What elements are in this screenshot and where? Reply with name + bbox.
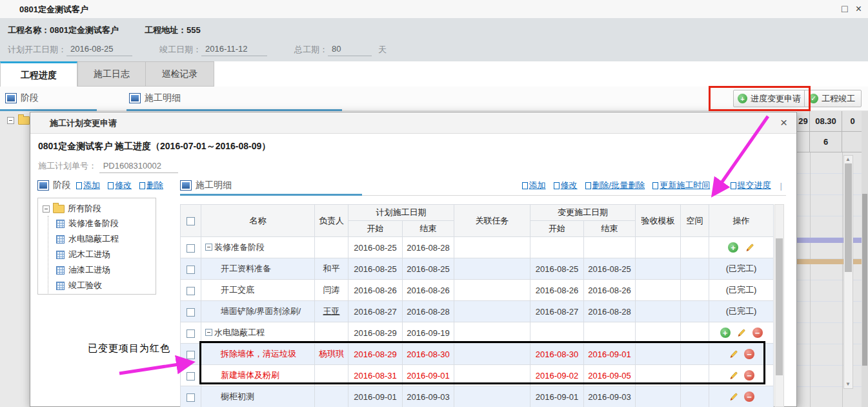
cell-chg-end: 2016-08-28	[584, 301, 636, 322]
row-checkbox[interactable]	[187, 266, 195, 274]
cell-chg-end	[584, 322, 636, 344]
panel-icon	[5, 93, 17, 103]
link-separator: |	[780, 181, 782, 191]
delete-icon[interactable]: −	[744, 349, 754, 359]
cell-chg-start	[530, 322, 584, 344]
select-all-checkbox[interactable]	[187, 217, 195, 225]
column-header-end: 结束	[403, 221, 454, 237]
cell-chg-start: 2016-08-26	[530, 280, 584, 301]
window-title: 0801定金测试客户	[19, 4, 88, 16]
detail-submit-progress-link[interactable]: 提交进度	[731, 180, 771, 191]
stage-icon	[56, 220, 65, 228]
stage-edit-link[interactable]: 修改	[108, 180, 132, 191]
gantt-date-column: 29	[797, 111, 810, 132]
table-row: 墙面铲除/界面剂涂刷/王亚2016-08-272016-08-282016-08…	[181, 301, 774, 322]
cell-plan-end: 2016-09-03	[403, 386, 454, 407]
stage-add-link[interactable]: 添加	[76, 180, 100, 191]
finish-date-field[interactable]: 2016-11-12	[201, 44, 267, 56]
tab-progress[interactable]: 工程进度	[0, 61, 77, 87]
tree-item-stage[interactable]: 泥木工进场	[56, 247, 153, 262]
edit-icon[interactable]	[736, 328, 747, 338]
table-row: 装修准备阶段2016-08-252016-08-28+	[181, 237, 774, 258]
add-icon[interactable]: +	[720, 328, 731, 338]
panel-icon	[129, 93, 141, 103]
stage-section-label: 阶段	[5, 92, 39, 104]
detail-update-time-link[interactable]: 更新施工时间	[652, 180, 710, 191]
cell-plan-start: 2016-09-01	[348, 386, 403, 407]
plan-number-field[interactable]: PD1608310002	[99, 161, 178, 173]
dialog-close-icon[interactable]: ×	[780, 116, 787, 130]
table-scrollbar[interactable]	[774, 204, 784, 407]
cell-chg-start	[530, 237, 584, 258]
delete-icon[interactable]: −	[744, 370, 754, 381]
detail-add-link[interactable]: 添加	[522, 180, 546, 191]
duration-field[interactable]: 80	[328, 44, 372, 56]
detail-delete-link[interactable]: 删除/批量删除	[585, 180, 645, 191]
row-checkbox[interactable]	[187, 329, 195, 338]
table-row: 开工资料准备和平2016-08-252016-08-252016-08-2520…	[181, 258, 774, 280]
tree-item-stage[interactable]: 水电隐蔽工程	[56, 231, 153, 247]
scrollbar-thumb[interactable]	[862, 194, 867, 366]
panel-icon	[180, 180, 192, 191]
tab-inspection-record[interactable]: 巡检记录	[146, 61, 214, 87]
cell-space	[681, 365, 709, 386]
plan-start-field[interactable]: 2016-08-25	[66, 44, 132, 56]
tree-item-stage[interactable]: 竣工验收	[56, 278, 153, 293]
collapse-icon[interactable]	[205, 329, 212, 336]
close-icon[interactable]: ×	[856, 1, 862, 17]
link-separator: |	[719, 181, 721, 191]
delete-icon[interactable]: −	[744, 391, 754, 402]
gantt-bar-lavender	[797, 238, 843, 243]
window-titlebar: 0801定金测试客户 □ ×	[0, 0, 868, 18]
task-owner: 闫涛	[323, 285, 340, 295]
edit-icon[interactable]	[728, 391, 738, 402]
cell-plan-end: 2016-08-28	[403, 301, 454, 322]
task-name: 水电隐蔽工程	[214, 328, 265, 337]
maximize-icon[interactable]: □	[842, 1, 848, 17]
progress-change-request-button[interactable]: + 进度变更申请	[733, 90, 807, 107]
add-icon[interactable]: +	[728, 242, 738, 253]
table-row: 新建墙体及粉刷2016-08-312016-09-012016-09-02201…	[181, 365, 774, 386]
cell-plan-start: 2016-08-29	[348, 344, 403, 365]
cell-related	[454, 322, 530, 344]
cell-related	[454, 301, 530, 322]
edit-icon[interactable]	[728, 349, 738, 359]
scroll-up-icon[interactable]: ▲	[845, 157, 851, 162]
check-icon: ✓	[809, 94, 818, 103]
tab-construction-log[interactable]: 施工日志	[77, 61, 146, 87]
row-checkbox[interactable]	[187, 351, 195, 359]
cell-chg-start: 2016-08-25	[530, 258, 584, 280]
row-checkbox[interactable]	[187, 308, 195, 317]
collapse-icon[interactable]	[43, 205, 50, 213]
row-checkbox[interactable]	[187, 393, 195, 402]
row-checkbox[interactable]	[187, 372, 195, 381]
finish-label: 竣工日期：	[159, 44, 201, 56]
window-scrollbar[interactable]	[862, 111, 868, 407]
delete-icon[interactable]: −	[752, 328, 763, 338]
cell-chg-end: 2016-09-01	[584, 344, 636, 365]
tree-item-stage[interactable]: 油漆工进场	[56, 262, 153, 278]
gantt-grid	[797, 152, 863, 407]
row-checkbox[interactable]	[187, 244, 195, 253]
scrollbar-thumb[interactable]	[776, 238, 783, 375]
tree-root-all-stages[interactable]: 所有阶段	[43, 203, 153, 214]
collapse-icon[interactable]	[7, 117, 14, 124]
task-name: 开工交底	[221, 285, 254, 295]
collapse-icon[interactable]	[205, 244, 212, 251]
project-complete-button[interactable]: ✓ 工程竣工	[804, 90, 862, 107]
edit-icon[interactable]	[744, 242, 754, 253]
cell-template	[636, 344, 681, 365]
detail-edit-link[interactable]: 修改	[554, 180, 578, 191]
gantt-scrollbar[interactable]: ▲ ▼	[843, 155, 853, 389]
scroll-down-icon[interactable]: ▼	[845, 382, 851, 387]
panel-icon	[37, 180, 49, 191]
scrollbar-thumb[interactable]	[845, 163, 852, 272]
stage-delete-link[interactable]: 删除	[139, 180, 163, 191]
plan-number-label: 施工计划单号：	[38, 161, 97, 171]
row-checkbox[interactable]	[187, 287, 195, 295]
cell-plan-start: 2016-08-26	[348, 280, 403, 301]
cell-space	[681, 237, 709, 258]
edit-icon[interactable]	[728, 370, 738, 381]
tree-item-stage[interactable]: 装修准备阶段	[56, 216, 153, 231]
tree-children: 装修准备阶段 水电隐蔽工程 泥木工进场 油漆工进场 竣工验收	[48, 216, 153, 293]
